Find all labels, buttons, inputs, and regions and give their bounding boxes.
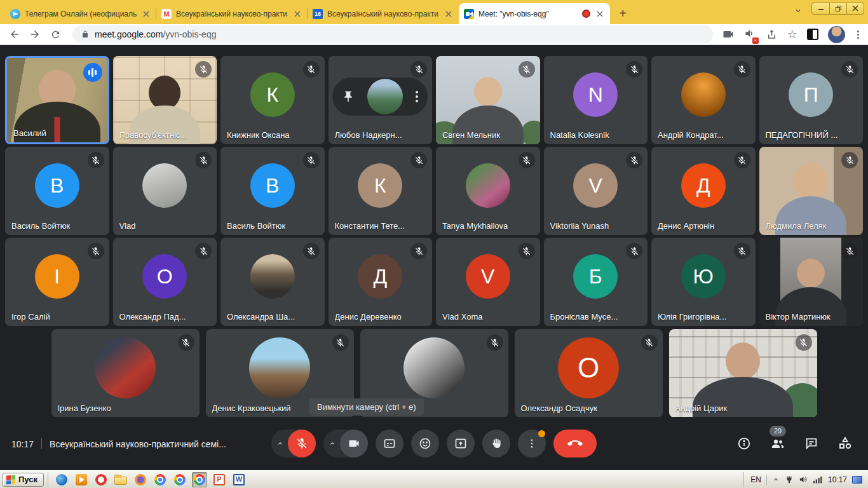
- tab-close-icon[interactable]: [292, 9, 302, 19]
- screen: Телеграм Онлайн (неофициаль Всеукраїнськ…: [0, 0, 868, 488]
- participant-tile[interactable]: Віктор Мартинюк: [759, 238, 864, 326]
- close-button[interactable]: [846, 3, 864, 14]
- participant-tile[interactable]: К Константин Тете...: [329, 147, 433, 235]
- taskbar-app-messenger-blue[interactable]: [54, 472, 69, 487]
- url-path: /yvn-obis-eqg: [163, 29, 216, 39]
- taskbar-app-browser-orange[interactable]: [133, 472, 148, 487]
- participant-tile[interactable]: V Viktoriia Yunash: [544, 147, 648, 235]
- mic-toggle-button[interactable]: [288, 430, 316, 458]
- participant-name: Ігор Салій: [11, 312, 50, 322]
- participant-tile[interactable]: Євген Мельник: [436, 56, 540, 144]
- restore-button[interactable]: [829, 3, 846, 14]
- tile-more-icon[interactable]: [416, 91, 418, 102]
- browser-tab[interactable]: Meet: "yvn-obis-eqg": [459, 3, 610, 24]
- activities-icon[interactable]: [837, 436, 853, 451]
- participant-tile[interactable]: Андрій Кондрат...: [651, 56, 756, 144]
- profile-avatar[interactable]: [828, 26, 845, 43]
- mic-off-icon: [332, 334, 349, 351]
- taskbar-app-chrome-active[interactable]: [192, 472, 207, 487]
- taskbar-app-chrome[interactable]: [172, 472, 187, 487]
- volume-icon[interactable]: [799, 475, 808, 484]
- mic-options-chevron[interactable]: [273, 430, 288, 458]
- participant-tile[interactable]: О Олександр Осадчук: [515, 329, 663, 417]
- browser-menu-icon[interactable]: [855, 28, 862, 41]
- reload-button[interactable]: [47, 26, 64, 43]
- participant-tile[interactable]: Людмила Леляк: [759, 147, 864, 235]
- browser-tab[interactable]: Всеукраїнський науково-практи: [156, 3, 308, 24]
- participant-avatar: [250, 254, 295, 299]
- participant-tile[interactable]: В Василь Войтюк: [5, 147, 109, 235]
- participant-tile[interactable]: Д Денис Деревенко: [329, 238, 433, 326]
- participant-tile[interactable]: Любов Надкерн...: [329, 56, 433, 144]
- participant-tile[interactable]: Ю Юлія Григорівна...: [651, 238, 756, 326]
- captions-button[interactable]: [376, 430, 403, 458]
- participant-avatar: О: [142, 254, 187, 299]
- tab-close-icon[interactable]: [141, 9, 151, 19]
- pin-icon[interactable]: [342, 90, 355, 103]
- camera-toggle-button[interactable]: [340, 430, 368, 458]
- participant-tile[interactable]: Правосуб'єктніс...: [113, 56, 217, 144]
- participant-tile[interactable]: К Книжник Оксана: [220, 56, 325, 144]
- reactions-button[interactable]: [411, 430, 439, 458]
- browser-tab[interactable]: Телеграм Онлайн (неофициаль: [5, 3, 156, 24]
- tab-close-icon[interactable]: [595, 9, 605, 19]
- back-button[interactable]: [6, 26, 23, 43]
- meeting-details-icon[interactable]: [737, 437, 751, 451]
- participant-avatar: [95, 337, 156, 398]
- camera-in-use-icon[interactable]: [722, 28, 735, 41]
- clock[interactable]: 10:17: [828, 475, 847, 484]
- participant-tile[interactable]: V Vlad Xoma: [436, 238, 540, 326]
- participant-name: Правосуб'єктніс...: [119, 130, 187, 140]
- side-panel-icon[interactable]: [807, 29, 818, 40]
- minimize-button[interactable]: [812, 3, 829, 14]
- address-bar[interactable]: meet.google.com/yvn-obis-eqg: [72, 25, 713, 43]
- participant-tile[interactable]: І Ігор Салій: [5, 238, 109, 326]
- new-tab-button[interactable]: +: [614, 4, 632, 22]
- present-button[interactable]: [447, 430, 475, 458]
- participant-tile[interactable]: Ірина Бузенко: [51, 329, 200, 417]
- start-button[interactable]: Пуск: [3, 473, 44, 487]
- participant-tile[interactable]: В Василь Войтюк: [220, 147, 325, 235]
- raise-hand-button[interactable]: [482, 430, 510, 458]
- participant-name: Андрій Кондрат...: [658, 130, 724, 140]
- taskbar-app-chrome[interactable]: [153, 472, 168, 487]
- participant-tile[interactable]: Андрій Царик: [669, 329, 817, 417]
- display-tray-icon[interactable]: [852, 476, 862, 484]
- show-hidden-icons-chevron[interactable]: [772, 476, 780, 484]
- taskbar-app-opera[interactable]: [93, 472, 109, 487]
- participant-name: Людмила Леляк: [766, 221, 827, 231]
- participant-name: Василь Войтюк: [227, 221, 285, 231]
- share-icon[interactable]: [766, 29, 778, 41]
- camera-options-chevron[interactable]: [325, 430, 340, 458]
- taskbar-app-word[interactable]: [231, 472, 247, 487]
- participant-avatar: [249, 337, 310, 398]
- participant-tile[interactable]: Vlad: [113, 147, 217, 235]
- taskbar-app-media-player[interactable]: [74, 472, 89, 487]
- participant-tile[interactable]: Василий: [5, 56, 109, 144]
- participant-tile[interactable]: Олександра Ша...: [220, 238, 325, 326]
- tab-close-icon[interactable]: [444, 9, 454, 19]
- taskbar-app-folder[interactable]: [113, 472, 128, 487]
- participant-tile[interactable]: Д Денис Артюнін: [651, 147, 756, 235]
- power-plug-icon[interactable]: [785, 475, 794, 484]
- chat-icon[interactable]: [804, 437, 818, 451]
- language-indicator[interactable]: EN: [750, 475, 761, 484]
- bookmark-star-icon[interactable]: ☆: [787, 29, 797, 40]
- end-call-button[interactable]: [553, 430, 597, 458]
- browser-tab[interactable]: Всеукраїнський науково-практи: [308, 3, 459, 24]
- taskbar-app-powerpoint[interactable]: [212, 472, 227, 487]
- url-host: meet.google.com: [95, 29, 163, 39]
- tab-list-chevron-icon[interactable]: [794, 6, 803, 15]
- mic-off-icon: [410, 61, 427, 78]
- participant-tile[interactable]: Tanya Mykhailova: [436, 147, 540, 235]
- participant-tile[interactable]: П ПЕДАГОГІЧНИЙ ...: [759, 56, 864, 144]
- participant-tile[interactable]: О Олександр Пад...: [113, 238, 217, 326]
- network-signal-icon[interactable]: [813, 475, 823, 484]
- recording-indicator-icon: [582, 10, 590, 18]
- participant-tile[interactable]: N Natalia Kolesnik: [544, 56, 648, 144]
- participant-tile[interactable]: Б Броніслав Мусе...: [544, 238, 648, 326]
- forward-button[interactable]: [27, 26, 43, 43]
- participants-icon[interactable]: 29: [770, 436, 785, 451]
- sound-muted-icon[interactable]: ×: [744, 27, 756, 42]
- more-options-button[interactable]: [518, 430, 546, 458]
